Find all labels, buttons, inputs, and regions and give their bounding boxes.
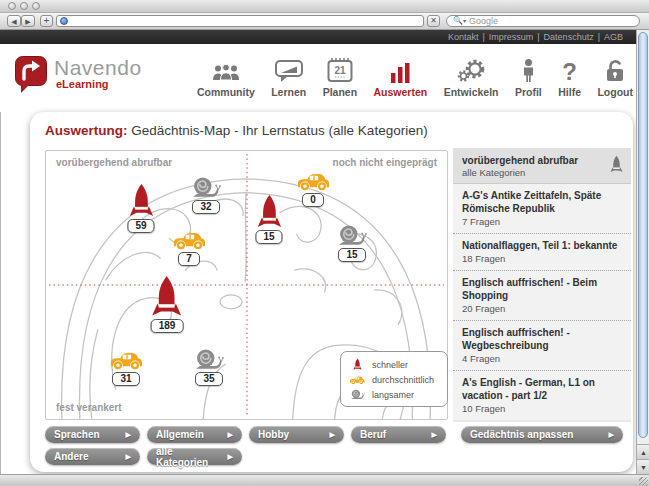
search-input[interactable]: 🔍▾ Google	[446, 15, 640, 27]
map-marker-car[interactable]: 31	[109, 350, 143, 386]
marker-value: 59	[127, 219, 154, 233]
button-label: Allgemein	[156, 429, 204, 440]
lesson-title: Nationalflaggen, Teil 1: bekannte	[462, 239, 622, 252]
lesson-title: Englisch auffrischen! - Wegbeschreibung	[462, 326, 622, 352]
page-title-label: Auswertung:	[45, 123, 128, 138]
legend-label: durchschnittlich	[372, 375, 434, 385]
category-button-alle-kategorien[interactable]: alle Kategorien ▶	[147, 448, 242, 465]
category-button-hobby[interactable]: Hobby ▶	[249, 426, 344, 443]
category-button-andere[interactable]: Andere ▶	[45, 448, 140, 465]
lesson-question-count: 20 Fragen	[462, 303, 622, 314]
link-separator: |	[598, 32, 600, 42]
category-button-allgemein[interactable]: Allgemein ▶	[147, 426, 242, 443]
link-agb[interactable]: AGB	[604, 32, 623, 42]
nav-item-profil[interactable]: Profil	[515, 55, 542, 98]
sidebar-list-item[interactable]: Englisch auffrischen! - Beim Shopping 20…	[453, 270, 631, 320]
resize-grip[interactable]	[639, 477, 648, 486]
legend-label: schneller	[372, 360, 408, 370]
back-button[interactable]: ◀	[7, 15, 21, 27]
nav-item-hilfe[interactable]: ? Hilfe	[558, 55, 581, 98]
sidebar-list: A-G's Antike Zeittafeln, Späte Römische …	[453, 184, 631, 420]
map-marker-car[interactable]: 0	[296, 171, 330, 207]
car-icon	[109, 350, 143, 371]
lesson-title: A's English - German, L1 on vacation - p…	[462, 376, 622, 402]
map-marker-rocket[interactable]: 189	[151, 276, 184, 333]
button-label: Gedächtnis anpassen	[470, 429, 573, 440]
button-label: Hobby	[258, 429, 289, 440]
scroll-up-button[interactable]: ▲	[637, 444, 649, 459]
nav-item-lernen[interactable]: Lernen	[271, 55, 306, 98]
snail-icon	[350, 389, 365, 400]
memory-map: vorübergehend abrufbar noch nicht eingep…	[45, 150, 448, 420]
forward-button[interactable]: ▶	[21, 15, 35, 27]
sidebar-header-title: vorübergehend abrufbar	[462, 155, 622, 166]
window-close-button[interactable]	[8, 2, 16, 10]
app-header: Navendo eLearning Community	[0, 44, 649, 112]
lesson-question-count: 7 Fragen	[462, 216, 622, 227]
search-icon[interactable]: 🔍▾	[453, 17, 466, 25]
person-icon	[522, 55, 535, 83]
nav-item-auswerten[interactable]: Auswerten	[374, 55, 428, 98]
rocket-icon	[128, 184, 154, 218]
globe-icon	[60, 17, 68, 25]
lesson-question-count: 4 Fragen	[462, 353, 622, 364]
quadrant-label-top-left: vorübergehend abrufbar	[56, 157, 172, 168]
window-zoom-button[interactable]	[32, 2, 40, 10]
window-minimize-button[interactable]	[20, 2, 28, 10]
legend-item: durchschnittlich	[348, 375, 440, 385]
vertical-scrollbar[interactable]: ▲ ▼	[636, 30, 649, 474]
page-title: Auswertung: Gedächtnis-Map - Ihr Lernsta…	[45, 123, 428, 138]
whiteboard-icon	[275, 55, 303, 83]
quadrant-label-bottom-left: fest verankert	[56, 402, 122, 413]
stop-button[interactable]: ✕	[427, 15, 440, 27]
lesson-question-count: 10 Fragen	[462, 403, 622, 414]
link-kontakt[interactable]: Kontakt	[448, 32, 479, 42]
scrollbar-thumb[interactable]	[638, 32, 648, 438]
arrow-right-icon: ▶	[330, 431, 335, 439]
scroll-down-button[interactable]: ▼	[637, 459, 649, 474]
brand-name: Navendo	[54, 56, 142, 80]
nav-label: Planen	[323, 86, 357, 98]
map-marker-rocket[interactable]: 15	[255, 195, 282, 244]
map-marker-snail[interactable]: 32	[191, 176, 221, 214]
map-marker-car[interactable]: 7	[172, 230, 206, 266]
map-marker-rocket[interactable]: 59	[127, 184, 154, 233]
nav-item-planen[interactable]: 21 Planen	[323, 55, 357, 98]
link-datenschutz[interactable]: Datenschutz	[544, 32, 594, 42]
sidebar-list-item[interactable]: Englisch auffrischen! - Wegbeschreibung …	[453, 320, 631, 370]
button-label: Andere	[54, 451, 88, 462]
search-menu-icon: ▾	[463, 18, 466, 24]
map-marker-snail[interactable]: 15	[337, 224, 367, 262]
new-tab-button[interactable]: +	[40, 15, 53, 27]
address-bar[interactable]	[56, 15, 424, 27]
sidebar-list-item[interactable]: A-G's Antike Zeittafeln, Späte Römische …	[453, 184, 631, 233]
nav-label: Profil	[515, 86, 542, 98]
marker-value: 31	[112, 372, 139, 386]
window-titlebar	[0, 0, 649, 13]
plus-icon: +	[44, 16, 50, 26]
top-link-bar: Kontakt | Impressum | Datenschutz | AGB	[0, 30, 649, 44]
sidebar-list-item[interactable]: Nationalflaggen, Teil 1: bekannte 18 Fra…	[453, 233, 631, 270]
question-mark-icon: ?	[562, 55, 577, 83]
sidebar-list-item[interactable]: A's English - German, L1 on vacation - p…	[453, 370, 631, 420]
car-icon	[296, 171, 330, 192]
open-padlock-icon	[604, 55, 626, 83]
nav-item-community[interactable]: Community	[197, 55, 255, 98]
back-icon: ◀	[11, 18, 16, 25]
category-button-sprachen[interactable]: Sprachen ▶	[45, 426, 140, 443]
category-button-beruf[interactable]: Beruf ▶	[351, 426, 446, 443]
link-impressum[interactable]: Impressum	[489, 32, 534, 42]
nav-item-entwickeln[interactable]: Entwickeln	[444, 55, 499, 98]
map-marker-snail[interactable]: 35	[194, 348, 224, 386]
lesson-question-count: 18 Fragen	[462, 253, 622, 264]
rocket-icon	[256, 195, 282, 229]
map-legend: schneller durchschnittlich langsamer	[340, 351, 448, 407]
lesson-title: Englisch auffrischen! - Beim Shopping	[462, 276, 622, 302]
adjust-memory-button[interactable]: Gedächtnis anpassen ▶	[461, 426, 623, 443]
brand-logo[interactable]: Navendo eLearning	[15, 56, 142, 90]
arrow-right-icon: ▶	[432, 431, 437, 439]
main-nav: Community Lernen	[197, 55, 633, 98]
nav-label: Lernen	[271, 86, 306, 98]
nav-item-logout[interactable]: Logout	[597, 55, 633, 98]
rocket-icon	[151, 276, 183, 318]
